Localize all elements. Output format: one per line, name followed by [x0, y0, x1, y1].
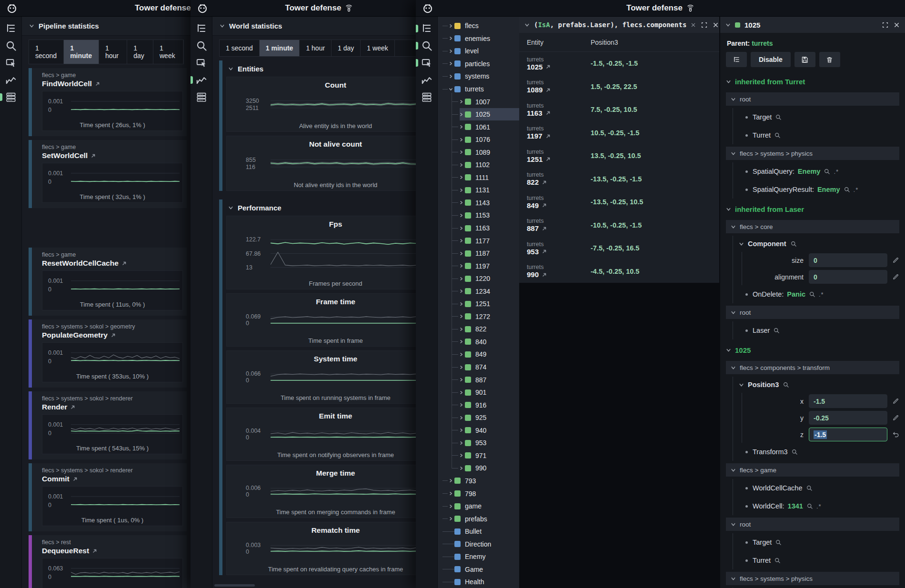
- query-result-row[interactable]: turrets1025-1.5, -0.25, -1.5: [519, 52, 719, 75]
- world-stats-icon[interactable]: [195, 74, 208, 86]
- external-link-icon[interactable]: [72, 476, 78, 482]
- entity-link[interactable]: 1251: [527, 155, 591, 163]
- entity-link[interactable]: 1089: [527, 86, 591, 94]
- chevron-collapsed-icon[interactable]: [459, 339, 463, 344]
- tab-1-hour[interactable]: 1 hour: [300, 40, 332, 56]
- inspector-scope-bar[interactable]: flecs > systems > physics: [726, 147, 899, 160]
- chevron-collapsed-icon[interactable]: [459, 327, 463, 331]
- query-result-row[interactable]: turrets10891.5, -0.25, 22.5: [519, 75, 719, 99]
- entity-link[interactable]: 990: [527, 270, 591, 279]
- chevron-collapsed-icon[interactable]: [459, 112, 463, 117]
- search-icon[interactable]: [195, 40, 208, 52]
- chevron-collapsed-icon[interactable]: [459, 239, 463, 243]
- tree-view-icon[interactable]: [421, 22, 433, 35]
- clear-query-icon[interactable]: [691, 22, 696, 28]
- parent-link[interactable]: turrets: [752, 40, 773, 47]
- search-icon[interactable]: [775, 114, 782, 120]
- field-input-x[interactable]: -1.5: [809, 394, 887, 408]
- tree-item-enemies[interactable]: enemies: [438, 32, 519, 45]
- delete-button[interactable]: [819, 52, 840, 67]
- chevron-collapsed-icon[interactable]: [459, 163, 463, 167]
- search-icon[interactable]: [773, 327, 780, 334]
- item-value-link[interactable]: Panic: [787, 290, 805, 298]
- entity-link[interactable]: 953: [527, 248, 591, 256]
- tab-1-second[interactable]: 1 second: [29, 40, 64, 64]
- edit-icon[interactable]: [892, 414, 899, 421]
- tree-item-840[interactable]: 840: [438, 336, 519, 349]
- external-link-icon[interactable]: [545, 156, 551, 162]
- external-link-icon[interactable]: [111, 332, 116, 338]
- tree-item-1061[interactable]: 1061: [438, 120, 519, 133]
- query-result-row[interactable]: turrets11637.5, -0.25, 10.5: [519, 98, 719, 121]
- chevron-collapsed-icon[interactable]: [459, 200, 463, 205]
- tab-1-minute[interactable]: 1 minute: [260, 40, 300, 56]
- search-icon[interactable]: [806, 503, 813, 509]
- tree-item-793[interactable]: 793: [438, 475, 519, 488]
- entity-link[interactable]: 1163: [527, 109, 591, 117]
- external-link-icon[interactable]: [95, 81, 101, 87]
- tree-item-1153[interactable]: 1153: [438, 209, 519, 222]
- external-link-icon[interactable]: [545, 64, 551, 70]
- inspector-scope-bar[interactable]: root: [726, 306, 899, 319]
- chevron-collapsed-icon[interactable]: [449, 49, 453, 53]
- query-select-icon[interactable]: [421, 57, 433, 69]
- chevron-collapsed-icon[interactable]: [459, 100, 463, 104]
- chevron-collapsed-icon[interactable]: [449, 36, 453, 40]
- external-link-icon[interactable]: [542, 272, 547, 278]
- tree-item-1234[interactable]: 1234: [438, 285, 519, 298]
- tree-item-Enemy[interactable]: Enemy: [438, 550, 519, 563]
- external-link-icon[interactable]: [70, 404, 76, 410]
- entity-link[interactable]: 849: [527, 201, 591, 209]
- external-link-icon[interactable]: [542, 179, 547, 185]
- chevron-collapsed-icon[interactable]: [459, 302, 463, 306]
- query-result-row[interactable]: turrets887-10.5, -0.25, -1.5: [519, 214, 719, 237]
- tree-item-849[interactable]: 849: [438, 348, 519, 361]
- inspector-scope-bar[interactable]: root: [726, 92, 899, 106]
- undo-icon[interactable]: [892, 431, 899, 438]
- entity-link[interactable]: 822: [527, 178, 591, 186]
- tree-item-1111[interactable]: 1111: [438, 171, 519, 184]
- entity-link[interactable]: 1025: [527, 63, 591, 71]
- chevron-collapsed-icon[interactable]: [459, 453, 463, 458]
- search-icon[interactable]: [806, 485, 813, 491]
- tree-item-953[interactable]: 953: [438, 437, 519, 449]
- chevron-collapsed-icon[interactable]: [449, 74, 453, 79]
- tree-item-874[interactable]: 874: [438, 361, 519, 374]
- chevron-collapsed-icon[interactable]: [459, 277, 463, 281]
- entity-link[interactable]: 1197: [527, 132, 591, 140]
- tree-item-turrets[interactable]: turrets: [438, 83, 519, 96]
- inspector-section-header[interactable]: inherited from Turret: [726, 73, 899, 90]
- tree-item-1143[interactable]: 1143: [438, 197, 519, 209]
- query-result-row[interactable]: turrets822-13.5, -0.25, -1.5: [519, 168, 719, 191]
- chevron-collapsed-icon[interactable]: [459, 314, 463, 319]
- inspector-scope-bar[interactable]: flecs > components > transform: [726, 361, 899, 374]
- chevron-collapsed-icon[interactable]: [459, 428, 463, 432]
- inspector-scope-bar[interactable]: flecs > game: [726, 463, 899, 477]
- tree-view-icon[interactable]: [195, 22, 208, 35]
- external-link-icon[interactable]: [545, 110, 551, 116]
- chevron-collapsed-icon[interactable]: [449, 504, 453, 508]
- tab-1-minute[interactable]: 1 minute: [64, 40, 99, 64]
- edit-icon[interactable]: [892, 398, 899, 405]
- world-stats-icon[interactable]: [5, 74, 17, 86]
- world-panel-header[interactable]: World statistics: [212, 17, 448, 36]
- field-input-z[interactable]: -1.5: [809, 428, 887, 441]
- chevron-collapsed-icon[interactable]: [459, 226, 463, 230]
- query-result-row[interactable]: turrets119710.5, -0.25, -1.5: [519, 121, 719, 145]
- tree-item-1251[interactable]: 1251: [438, 298, 519, 310]
- query-select-icon[interactable]: [5, 57, 17, 69]
- expand-icon[interactable]: [882, 22, 888, 28]
- chevron-collapsed-icon[interactable]: [459, 289, 463, 293]
- tree-item-1076[interactable]: 1076: [438, 133, 519, 146]
- chevron-collapsed-icon[interactable]: [459, 264, 463, 268]
- pipeline-stats-icon[interactable]: [421, 91, 433, 103]
- tree-item-822[interactable]: 822: [438, 323, 519, 336]
- search-icon[interactable]: [844, 186, 850, 193]
- tree-item-1102[interactable]: 1102: [438, 159, 519, 171]
- tree-item-971[interactable]: 971: [438, 449, 519, 462]
- tree-item-887[interactable]: 887: [438, 373, 519, 386]
- tree-item-901[interactable]: 901: [438, 386, 519, 399]
- tree-item-Health[interactable]: Health: [438, 576, 519, 588]
- tree-item-798[interactable]: 798: [438, 487, 519, 500]
- tree-item-game[interactable]: game: [438, 500, 519, 513]
